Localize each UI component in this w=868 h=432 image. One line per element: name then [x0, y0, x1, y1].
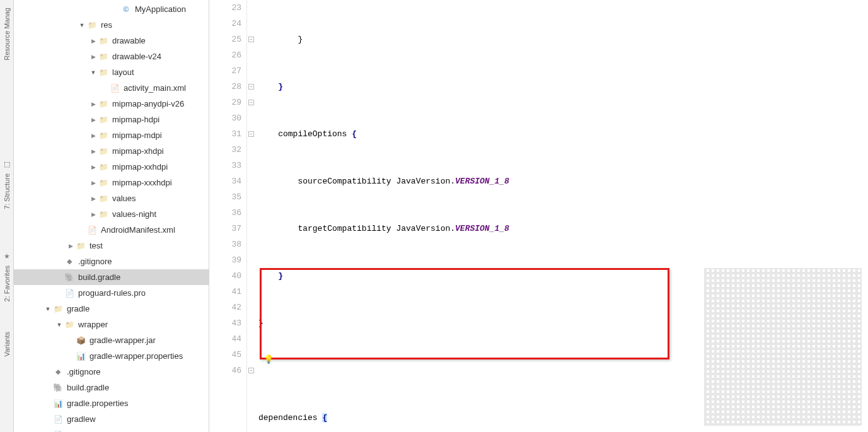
- line-number[interactable]: 29: [209, 95, 241, 110]
- tree-item-label: values-night: [112, 209, 156, 219]
- tree-arrow-icon[interactable]: [44, 305, 52, 313]
- tree-item[interactable]: mipmap-xhdpi: [14, 143, 209, 159]
- tree-item-label: mipmap-xhdpi: [112, 146, 164, 156]
- line-number[interactable]: 28: [209, 79, 241, 95]
- code-area[interactable]: } } compileOptions { sourceCompatibility…: [256, 0, 868, 432]
- line-number[interactable]: 41: [209, 284, 241, 300]
- folder-icon: [76, 241, 86, 251]
- line-number[interactable]: 36: [209, 205, 241, 221]
- code-line: dependencies {: [258, 410, 868, 426]
- tree-item[interactable]: build.gradle: [14, 269, 209, 285]
- code-line: [258, 363, 868, 378]
- line-number[interactable]: 30: [209, 110, 241, 126]
- tree-arrow-icon[interactable]: [90, 116, 97, 124]
- line-number[interactable]: 44: [209, 331, 241, 347]
- tree-arrow-icon[interactable]: [90, 211, 97, 218]
- line-number[interactable]: 33: [209, 158, 241, 173]
- line-number[interactable]: 27: [209, 63, 241, 79]
- line-number[interactable]: 32: [209, 142, 241, 158]
- tree-item[interactable]: values-night: [14, 206, 209, 222]
- line-number[interactable]: 38: [209, 236, 241, 252]
- tree-item[interactable]: activity_main.xml: [14, 80, 209, 96]
- lightbulb-icon[interactable]: 💡: [263, 352, 274, 368]
- tree-arrow-icon[interactable]: [90, 148, 97, 155]
- tree-item[interactable]: gradlew: [14, 411, 209, 427]
- line-number[interactable]: 46: [209, 363, 241, 378]
- tree-item-label: .gitignore: [67, 367, 100, 377]
- tree-item[interactable]: .gitignore: [14, 254, 209, 269]
- tab-variants[interactable]: Variants: [3, 332, 11, 357]
- tree-item[interactable]: mipmap-xxhdpi: [14, 159, 209, 175]
- tree-item[interactable]: .gitignore: [14, 364, 209, 380]
- tree-item-label: .gitignore: [78, 257, 112, 266]
- tree-arrow-icon[interactable]: [55, 321, 63, 329]
- line-number[interactable]: 43: [209, 315, 241, 331]
- tree-item[interactable]: drawable: [14, 33, 209, 49]
- tree-item[interactable]: values: [14, 190, 209, 206]
- file-jar: [76, 336, 86, 346]
- tree-item[interactable]: mipmap-xxxhdpi: [14, 175, 209, 190]
- project-tree-panel[interactable]: MyApplicationresdrawabledrawable-v24layo…: [14, 0, 209, 432]
- file-txt: [53, 430, 63, 433]
- tab-resource-manager[interactable]: Resource Manag: [3, 8, 11, 61]
- fold-toggle-icon[interactable]: −: [248, 131, 254, 137]
- tree-item[interactable]: gradlew.bat: [14, 427, 209, 432]
- tree-item[interactable]: mipmap-anydpi-v26: [14, 96, 209, 112]
- fold-column[interactable]: −−−−−: [247, 0, 256, 432]
- tree-item-label: values: [112, 194, 136, 203]
- tree-arrow-icon[interactable]: [90, 100, 97, 108]
- tree-arrow-icon[interactable]: [90, 195, 97, 202]
- tree-item[interactable]: mipmap-mdpi: [14, 127, 209, 143]
- fold-toggle-icon[interactable]: −: [248, 37, 254, 42]
- tree-item[interactable]: gradle: [14, 301, 209, 317]
- file-git: [53, 367, 63, 377]
- tree-item[interactable]: layout: [14, 64, 209, 80]
- tree-item[interactable]: wrapper: [14, 317, 209, 332]
- line-number[interactable]: 40: [209, 268, 241, 284]
- code-editor[interactable]: 232425262728293031▶323334353637383940414…: [209, 0, 868, 432]
- line-number[interactable]: 42: [209, 300, 241, 315]
- tree-item-label: build.gradle: [67, 383, 109, 392]
- tree-item-label: gradle.properties: [67, 399, 129, 408]
- fold-toggle-icon[interactable]: −: [248, 368, 254, 373]
- tree-item[interactable]: MyApplication: [14, 1, 209, 17]
- tree-item[interactable]: AndroidManifest.xml: [14, 222, 209, 238]
- tree-arrow-icon[interactable]: [90, 37, 97, 45]
- tab-favorites[interactable]: 2: Favorites: [3, 266, 11, 301]
- tree-item[interactable]: build.gradle: [14, 380, 209, 395]
- fold-toggle-icon[interactable]: −: [248, 100, 254, 105]
- line-number[interactable]: 24: [209, 16, 241, 32]
- tree-item[interactable]: test: [14, 238, 209, 254]
- line-number[interactable]: 34: [209, 173, 241, 189]
- tab-structure[interactable]: 7: Structure: [3, 173, 11, 209]
- tree-item[interactable]: gradle-wrapper.properties: [14, 348, 209, 364]
- tree-arrow-icon[interactable]: [90, 69, 97, 76]
- file-txt: [64, 288, 74, 298]
- tree-arrow-icon[interactable]: [90, 53, 97, 61]
- tree-arrow-icon[interactable]: [90, 132, 97, 139]
- tree-arrow-icon[interactable]: [90, 163, 97, 171]
- line-number[interactable]: 26: [209, 47, 241, 63]
- line-number[interactable]: 35: [209, 189, 241, 205]
- tree-item-label: gradle: [67, 304, 90, 313]
- line-number[interactable]: 31▶: [209, 126, 241, 142]
- tree-item[interactable]: gradle-wrapper.jar: [14, 332, 209, 348]
- line-number[interactable]: 37: [209, 221, 241, 236]
- fold-toggle-icon[interactable]: −: [248, 84, 254, 90]
- tree-item[interactable]: drawable-v24: [14, 49, 209, 64]
- project-tree[interactable]: MyApplicationresdrawabledrawable-v24layo…: [14, 0, 209, 432]
- line-number[interactable]: 45: [209, 347, 241, 363]
- tree-item[interactable]: res: [14, 17, 209, 33]
- tree-arrow-icon[interactable]: [78, 21, 86, 29]
- tree-item[interactable]: mipmap-hdpi: [14, 112, 209, 127]
- line-number[interactable]: 25: [209, 32, 241, 47]
- line-number[interactable]: 23: [209, 0, 241, 16]
- tree-item[interactable]: proguard-rules.pro: [14, 285, 209, 301]
- tree-item[interactable]: gradle.properties: [14, 395, 209, 411]
- code-line: }: [258, 32, 868, 47]
- line-number[interactable]: 39: [209, 252, 241, 268]
- folder-icon: [98, 52, 108, 62]
- tree-arrow-icon[interactable]: [90, 179, 97, 187]
- file-txt: [53, 414, 63, 424]
- tree-arrow-icon[interactable]: [67, 242, 74, 250]
